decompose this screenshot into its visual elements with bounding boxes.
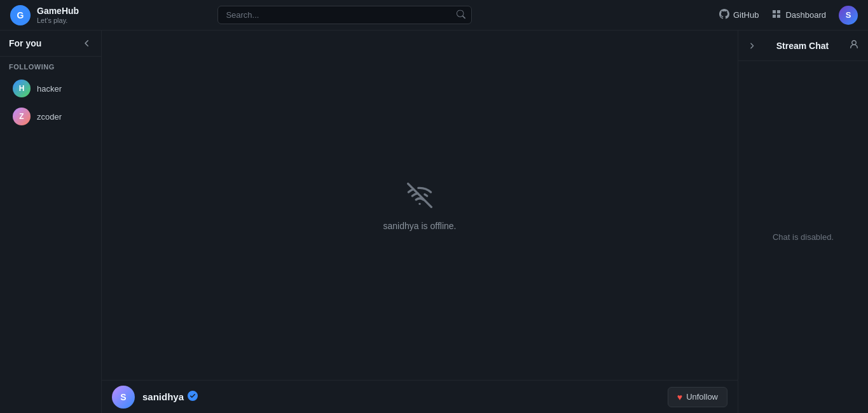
stream-bottom-bar: S sanidhya ♥ Unfollow	[102, 380, 738, 413]
chat-body: Chat is disabled.	[738, 61, 868, 413]
unfollow-label: Unfollow	[686, 392, 718, 402]
sidebar: For you Following H hacker Z zcoder	[0, 31, 102, 413]
dashboard-label: Dashboard	[785, 10, 826, 20]
sidebar-title: For you	[9, 38, 41, 48]
unfollow-button[interactable]: ♥ Unfollow	[668, 387, 727, 407]
sidebar-header: For you	[0, 31, 101, 57]
user-avatar[interactable]: S	[839, 6, 858, 25]
sidebar-collapse-button[interactable]	[82, 38, 92, 48]
brand: G GameHub Let's play.	[10, 5, 79, 25]
brand-logo: G	[10, 5, 31, 25]
center-content: sanidhya is offline. S sanidhya ♥ Unfoll…	[102, 31, 738, 413]
sidebar-item-zcoder[interactable]: Z zcoder	[4, 103, 97, 130]
chat-title: Stream Chat	[776, 41, 829, 51]
brand-text: GameHub Let's play.	[37, 6, 79, 24]
brand-name: GameHub	[37, 6, 79, 17]
offline-message: sanidhya is offline.	[383, 221, 457, 231]
chat-disabled-message: Chat is disabled.	[773, 232, 834, 242]
brand-tagline: Let's play.	[37, 17, 79, 24]
github-link[interactable]: GitHub	[719, 9, 759, 22]
hacker-avatar: H	[13, 80, 31, 97]
following-label: Following	[0, 57, 101, 74]
chat-user-icon[interactable]	[849, 39, 859, 52]
streamer-avatar: S	[112, 386, 135, 409]
video-area: sanidhya is offline.	[102, 31, 738, 380]
streamer-name: sanidhya	[142, 391, 184, 402]
zcoder-avatar: Z	[13, 108, 31, 125]
streamer-name-wrap: sanidhya	[142, 391, 660, 403]
top-nav: G GameHub Let's play. GitHub	[0, 0, 868, 31]
offline-icon	[404, 180, 435, 211]
dashboard-icon	[771, 9, 782, 22]
zcoder-name: zcoder	[37, 112, 62, 122]
nav-right: GitHub Dashboard S	[719, 6, 858, 25]
github-label: GitHub	[733, 10, 759, 20]
chat-expand-button[interactable]	[747, 41, 756, 50]
chat-header: Stream Chat	[738, 31, 868, 61]
dashboard-link[interactable]: Dashboard	[771, 9, 826, 22]
main-layout: For you Following H hacker Z zcoder	[0, 31, 868, 413]
chat-panel: Stream Chat Chat is disabled.	[738, 31, 868, 413]
search-input[interactable]	[217, 6, 472, 24]
verified-badge-icon	[188, 391, 198, 403]
search-icon	[457, 10, 465, 20]
search-bar	[217, 6, 472, 24]
github-icon	[719, 9, 729, 22]
hacker-name: hacker	[37, 84, 62, 94]
sidebar-item-hacker[interactable]: H hacker	[4, 75, 97, 102]
heart-icon: ♥	[677, 392, 682, 402]
